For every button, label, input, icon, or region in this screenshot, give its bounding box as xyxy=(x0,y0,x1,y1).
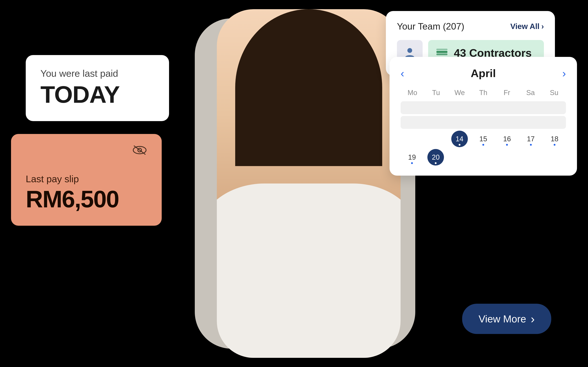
weekday-tu: Tu xyxy=(424,87,448,99)
view-all-link[interactable]: View All › xyxy=(510,22,544,31)
eye-icon-container[interactable] xyxy=(26,145,147,155)
person-image xyxy=(217,9,401,358)
dot-17 xyxy=(530,144,532,146)
calendar-card: ‹ April › Mo Tu We Th Fr Sa Su 14 xyxy=(389,57,577,175)
calendar-cell-empty xyxy=(401,131,447,147)
calendar-weekdays: Mo Tu We Th Fr Sa Su xyxy=(401,87,566,99)
calendar-empty-row-1 xyxy=(401,101,566,114)
view-more-label: View More xyxy=(479,313,526,325)
dot-14 xyxy=(459,144,460,146)
weekday-sa: Sa xyxy=(519,87,542,99)
calendar-row-3: 14 15 16 17 xyxy=(401,131,566,147)
view-all-chevron: › xyxy=(541,22,544,31)
view-all-text: View All xyxy=(510,22,539,31)
weekday-we: We xyxy=(448,87,472,99)
calendar-rest-row4 xyxy=(448,149,566,166)
weekday-th: Th xyxy=(472,87,495,99)
svg-rect-4 xyxy=(436,51,447,53)
date-18: 18 xyxy=(551,135,558,143)
calendar-cell-15[interactable]: 15 xyxy=(472,131,495,147)
dot-20 xyxy=(435,162,437,164)
weekday-fr: Fr xyxy=(495,87,519,99)
last-paid-today: TODAY xyxy=(40,83,154,106)
team-title: Your Team (207) xyxy=(397,21,464,32)
calendar-cell-20[interactable]: 20 xyxy=(424,149,447,166)
svg-rect-6 xyxy=(436,49,447,50)
svg-point-3 xyxy=(407,48,412,53)
calendar-row-4: 19 20 xyxy=(401,149,566,166)
calendar-row-1 xyxy=(401,101,566,114)
weekday-mo: Mo xyxy=(401,87,424,99)
team-header: Your Team (207) View All › xyxy=(397,21,544,32)
calendar-grid: 14 15 16 17 xyxy=(401,101,566,166)
calendar-empty-row-2 xyxy=(401,116,566,129)
date-16: 16 xyxy=(503,135,511,143)
eye-off-icon xyxy=(132,145,147,155)
last-paid-card: You were last paid TODAY xyxy=(26,55,169,121)
dot-16 xyxy=(506,144,508,146)
calendar-month: April xyxy=(471,67,496,80)
date-17: 17 xyxy=(527,135,535,143)
dot-18 xyxy=(554,144,555,146)
calendar-cell-14[interactable]: 14 xyxy=(448,131,471,147)
calendar-prev-button[interactable]: ‹ xyxy=(401,67,404,80)
pay-slip-amount: RM6,500 xyxy=(26,187,147,211)
calendar-row-2 xyxy=(401,116,566,129)
date-15: 15 xyxy=(479,135,487,143)
last-paid-subtitle: You were last paid xyxy=(40,68,154,79)
calendar-cell-17[interactable]: 17 xyxy=(519,131,542,147)
dot-15 xyxy=(482,144,484,146)
date-19: 19 xyxy=(408,153,416,161)
calendar-cell-18[interactable]: 18 xyxy=(543,131,566,147)
pay-slip-card: Last pay slip RM6,500 xyxy=(11,134,162,226)
view-more-button[interactable]: View More › xyxy=(462,304,551,334)
date-14: 14 xyxy=(456,135,463,143)
pay-slip-label: Last pay slip xyxy=(26,173,147,184)
calendar-next-button[interactable]: › xyxy=(562,67,566,80)
calendar-cell-19[interactable]: 19 xyxy=(401,149,423,166)
svg-rect-5 xyxy=(436,53,447,55)
calendar-cell-16[interactable]: 16 xyxy=(496,131,518,147)
calendar-header: ‹ April › xyxy=(401,67,566,80)
date-20: 20 xyxy=(432,153,440,161)
view-more-chevron: › xyxy=(531,312,535,326)
weekday-su: Su xyxy=(542,87,566,99)
dot-19 xyxy=(411,162,413,164)
